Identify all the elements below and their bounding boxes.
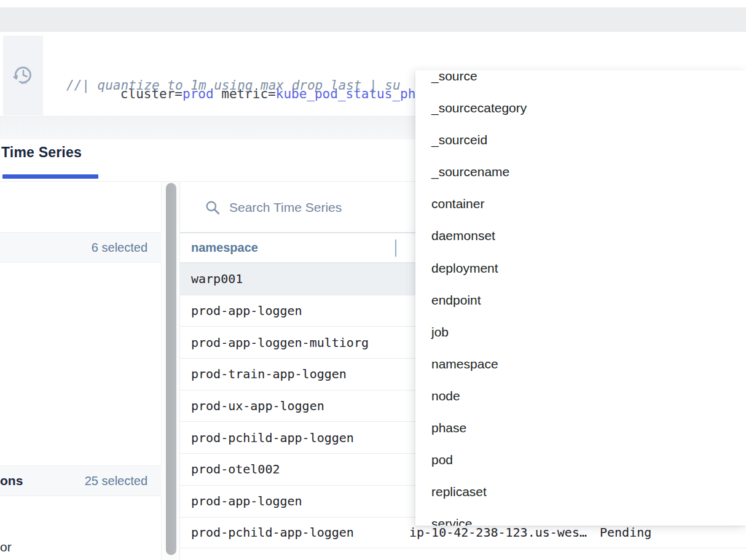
query-line-2-comment: //| quantize to 1m using max drop last |… [66,77,401,94]
cell-node: ip-10-42-238-123.us-wes… [409,525,600,540]
app-frame: cluster=prod metric=kube_pod_status_phas… [0,0,746,560]
cell-namespace: prod-train-app-loggen [180,367,409,381]
top-toolbar-band [0,7,746,32]
facet-selected-count: 6 selected [92,241,147,255]
cell-namespace: warp001 [180,271,409,286]
tab-time-series[interactable]: Time Series [1,144,82,161]
search-icon [205,200,221,216]
facet-sidebar: 6 selected ons 25 selected or [0,182,162,560]
column-divider[interactable] [395,239,396,257]
cell-namespace: prod-pchild-app-loggen [180,525,409,540]
cell-namespace: prod-app-loggen [180,494,409,508]
dropdown-item[interactable]: _sourcecategory [415,92,746,124]
dropdown-item[interactable]: container [415,188,746,220]
facet-section-header[interactable]: ons 25 selected [0,465,162,496]
field-autocomplete-dropdown: _source_sourcecategory_sourceid_sourcena… [415,70,746,526]
dropdown-item[interactable]: _sourceid [415,124,746,156]
cell-namespace: prod-app-loggen-multiorg [180,335,409,350]
dropdown-item[interactable]: job [415,316,746,348]
facet-section-header[interactable]: 6 selected [0,232,162,263]
panel-scrollbar-thumb[interactable] [166,183,176,555]
dropdown-item[interactable]: replicaset [415,476,746,508]
facet-selected-count: 25 selected [85,474,147,488]
dropdown-item[interactable]: namespace [415,348,746,380]
active-tab-underline [2,174,98,179]
field-list: _source_sourcecategory_sourceid_sourcena… [415,70,746,526]
column-header-namespace[interactable]: namespace [180,241,258,255]
cell-namespace: prod-pchild-app-loggen [180,430,409,445]
facet-section-title-truncated: ons [0,473,23,488]
dropdown-item[interactable]: _source [415,70,746,92]
dropdown-item[interactable]: daemonset [415,220,746,252]
dropdown-item[interactable]: service [415,508,746,526]
dropdown-item[interactable]: deployment [415,252,746,284]
dropdown-item[interactable]: pod [415,444,746,476]
cell-namespace: prod-otel002 [180,462,409,476]
cell-namespace: prod-app-loggen [180,303,409,318]
dropdown-item[interactable]: _sourcename [415,156,746,188]
cell-phase: Pending [600,525,746,540]
cell-namespace: prod-ux-app-loggen [180,399,409,413]
dropdown-item[interactable]: endpoint [415,284,746,316]
facet-item-truncated[interactable]: or [0,540,12,554]
dropdown-item[interactable]: node [415,380,746,412]
dropdown-item[interactable]: phase [415,412,746,444]
